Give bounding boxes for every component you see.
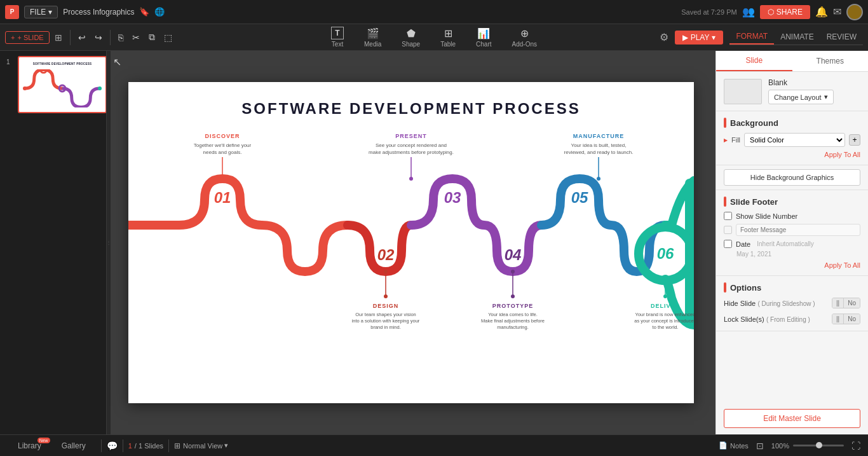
slides-panel: 1 SOFTWARE DEVELOPMENT PROCESS 01 [0,51,107,434]
layout-icon[interactable]: ⊡ [756,441,764,451]
tab-gallery[interactable]: Gallery [51,435,96,456]
svg-text:DESIGN: DESIGN [373,303,399,309]
notes-icon: 📄 [719,441,728,450]
zoom-slider[interactable] [793,445,844,446]
play-button[interactable]: ▶PLAY▾ [675,31,724,45]
lock-slides-toggle-no[interactable]: No [844,314,860,324]
svg-text:Make final adjustments before: Make final adjustments before [481,318,545,324]
change-layout-button[interactable]: Change Layout ▾ [768,90,834,104]
canvas-area: ⋮ ↖ SOFTWARE DEVELOPMENT PROCESS DISCOVE… [107,51,715,434]
fill-add-button[interactable]: + [849,134,860,146]
settings-icon[interactable]: ⚙ [660,31,668,43]
apply-all-bg[interactable]: Apply To All [724,151,860,158]
cursor-icon: ↖ [113,57,121,67]
svg-point-45 [663,294,667,298]
lock-slides-toggle-ii[interactable]: || [832,314,844,324]
hide-slide-sub: ( During Slideshow ) [757,300,815,307]
globe-icon[interactable]: 🌐 [154,7,165,17]
slide-canvas[interactable]: SOFTWARE DEVELOPMENT PROCESS DISCOVER To… [128,82,694,403]
fill-select[interactable]: Solid Color [744,133,845,147]
hide-background-button[interactable]: Hide Background Graphics [724,169,860,186]
view-grid-icon: ⊞ [174,441,180,450]
edit-master-slide-button[interactable]: Edit Master Slide [724,409,860,428]
fullscreen-icon[interactable]: ⛶ [851,441,860,451]
svg-text:Your idea comes to life.: Your idea comes to life. [488,312,538,317]
panel-tab-themes[interactable]: Themes [792,51,869,71]
notifications-icon[interactable]: 🔔 [815,6,828,18]
svg-point-0 [23,86,27,90]
cut-button[interactable]: ✂ [128,30,144,45]
svg-text:reviewed, and ready to launch.: reviewed, and ready to launch. [564,149,634,155]
show-slide-number-label: Show Slide Number [736,212,797,220]
add-slide-button[interactable]: + + SLIDE [5,31,50,44]
svg-text:MANUFACTURE: MANUFACTURE [573,133,625,139]
tool-table[interactable]: ⊞ Table [435,25,461,50]
new-badge: New [37,438,50,443]
tool-text[interactable]: T Text [326,24,349,50]
svg-text:DISCOVER: DISCOVER [205,133,240,139]
avatar[interactable] [846,4,863,20]
tab-animate[interactable]: ANIMATE [774,30,820,44]
svg-text:as your concept is introduced: as your concept is introduced [634,318,694,324]
notes-button[interactable]: 📄 Notes [719,441,749,450]
panel-resize-handle[interactable]: ⋮ [107,51,111,434]
paste-button[interactable]: ⬚ [160,30,176,45]
collab-icon[interactable]: 👥 [742,6,755,18]
apply-all-footer[interactable]: Apply To All [724,261,860,269]
footer-message-input[interactable] [736,224,860,236]
svg-text:manufacturing.: manufacturing. [497,324,529,330]
mail-icon[interactable]: ✉ [833,6,841,18]
panel-tab-slide[interactable]: Slide [716,51,792,71]
footer-message-checkbox[interactable] [724,226,732,234]
show-slide-number-checkbox[interactable] [724,212,732,220]
svg-text:05: 05 [571,189,588,206]
tab-review[interactable]: REVIEW [820,30,863,44]
tab-library[interactable]: Library New [8,435,51,456]
background-title: Background [730,118,778,128]
chat-icon[interactable]: 💬 [107,441,118,451]
redo-button[interactable]: ↪ [91,30,106,45]
undo-button[interactable]: ↩ [74,30,90,45]
normal-view-label[interactable]: Normal View ▾ [183,441,228,450]
chart-icon: 📊 [477,27,490,39]
svg-text:06: 06 [657,245,674,262]
svg-text:Your brand is now enhanced: Your brand is now enhanced [635,312,694,317]
hide-slide-toggle-no[interactable]: No [844,298,860,308]
paint-format-button[interactable]: ⎘ [114,30,127,45]
tab-format[interactable]: FORMAT [729,29,774,45]
svg-text:DELIVER: DELIVER [651,303,680,309]
date-checkbox[interactable] [724,240,732,248]
tool-addons[interactable]: ⊕ Add-Ons [507,25,542,50]
svg-text:needs and goals.: needs and goals. [203,149,242,155]
right-panel: Slide Themes Blank Change Layout ▾ Backg… [715,51,868,434]
svg-text:PROTOTYPE: PROTOTYPE [492,303,533,309]
zoom-level: 100% [771,442,789,450]
tool-media[interactable]: 🎬 Media [359,25,386,50]
svg-point-32 [384,294,388,298]
tool-chart[interactable]: 📊 Chart [471,25,496,50]
grid-view-icon[interactable]: ⊞ [51,30,66,45]
slide-thumbnail[interactable]: SOFTWARE DEVELOPMENT PROCESS 01 03 [18,56,107,113]
fill-label: Fill [731,136,740,144]
plus-icon: + [11,34,15,41]
tool-shape[interactable]: ⬟ Shape [397,25,425,50]
svg-text:Your idea is built, tested,: Your idea is built, tested, [571,142,627,148]
hide-slide-toggle-ii[interactable]: || [832,298,844,308]
svg-text:into a solution with keeping y: into a solution with keeping your [352,318,420,324]
copy-button[interactable]: ⧉ [145,29,159,45]
svg-text:Our team shapes your vision: Our team shapes your vision [355,312,416,317]
file-button[interactable]: FILE ▾ [24,6,58,18]
lock-slides-label: Lock Slide(s) [724,315,764,323]
hide-slide-label: Hide Slide [724,300,756,307]
svg-text:01: 01 [42,69,46,72]
shape-icon: ⬟ [407,27,416,39]
svg-point-20 [597,177,600,181]
bookmark-icon[interactable]: 🔖 [139,7,149,17]
svg-text:PRESENT: PRESENT [395,133,427,139]
text-icon: T [331,27,344,39]
share-button[interactable]: ⬡ SHARE [760,5,810,19]
svg-point-5 [98,86,102,90]
layout-name: Blank [768,78,834,87]
svg-text:01: 01 [214,189,231,206]
table-icon: ⊞ [444,27,452,39]
